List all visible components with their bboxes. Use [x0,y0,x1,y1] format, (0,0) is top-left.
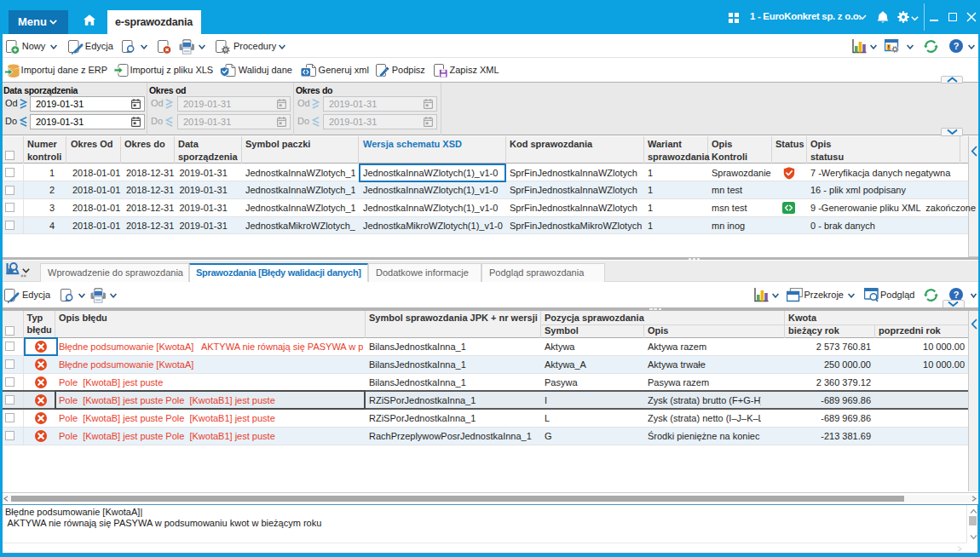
svg-text:?: ? [954,290,960,300]
svg-text:?: ? [954,41,960,51]
